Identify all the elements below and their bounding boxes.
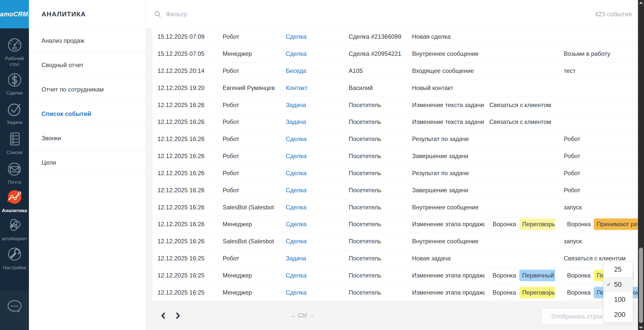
value-text: запуск [564, 204, 582, 211]
table-row: 12.12.2025 16:26 SalesBot (Salesbot Сдел… [152, 233, 638, 250]
value-after: Робот [564, 187, 638, 194]
entity-name: Посетитель [349, 255, 409, 262]
table-row: 12.12.2025 16:25 Менеджер Сделка Посетит… [152, 284, 638, 301]
pipeline-stage-box: ВоронкаПереговоры [489, 217, 555, 231]
event-type: Изменение текста задачи [412, 102, 485, 109]
entity-name: Посетитель [349, 238, 409, 245]
scrollbar-thumb[interactable] [639, 248, 643, 323]
value-after: тест [564, 67, 638, 74]
value-after: ВоронкаПринимают решение [564, 217, 638, 231]
rows-per-page-option[interactable]: ✓ 200 [603, 307, 633, 322]
pipeline-label: Воронка [493, 221, 516, 228]
sidebar-item-settings[interactable]: Настройки [0, 245, 29, 270]
filter-input[interactable] [165, 10, 393, 18]
main-sidebar: amoCRM. Рабочий стол $ Сде [0, 0, 29, 330]
pipeline-stage-box: ВоронкаПервичный контакт [489, 268, 555, 282]
entity-type-link[interactable]: Сделка [286, 289, 346, 296]
next-page-button[interactable] [174, 312, 182, 319]
menu-item-sales-analysis[interactable]: Анализ продаж [29, 28, 145, 53]
table-row: 12.12.2025 16:26 Робот Задача Посетитель… [152, 97, 638, 114]
value-after: Робот [564, 153, 638, 160]
rows-per-page-option[interactable]: ✓ 25 [603, 262, 633, 277]
event-type: Входящее сообщение [412, 67, 485, 74]
event-user: Робот [223, 102, 283, 109]
settings-wrench-icon [0, 245, 29, 263]
amocrm-analytics-events-screen: amoCRM. Рабочий стол $ Сде [0, 0, 644, 330]
rows-per-page-option[interactable]: ✓ 50 [603, 277, 633, 292]
entity-name: Василий [349, 84, 409, 91]
scroll-up-arrow-icon[interactable] [639, 2, 643, 4]
entity-type-link[interactable]: Сделка [286, 135, 346, 143]
event-user: Менеджер [223, 289, 283, 296]
pagination: ← Ctrl → [159, 301, 314, 330]
entity-type-link[interactable]: Задача [286, 118, 346, 125]
event-user: Менеджер [223, 50, 283, 57]
entity-type-link[interactable]: Сделка [286, 221, 346, 228]
rows-per-page-option[interactable]: ✓ 100 [603, 292, 633, 307]
event-datetime: 12.12.2025 16:26 [157, 187, 220, 194]
sidebar-item-dashboard[interactable]: Рабочий стол [0, 36, 29, 67]
entity-type-link[interactable]: Контакт [286, 84, 346, 91]
event-datetime: 12.12.2025 16:25 [157, 272, 220, 279]
sidebar-item-lists[interactable]: Списки [0, 130, 29, 155]
event-datetime: 12.12.2025 16:26 [157, 135, 220, 143]
value-text: Робот [564, 170, 580, 176]
entity-type-link[interactable]: Сделка [286, 204, 346, 211]
pipeline-label: Воронка [493, 289, 516, 296]
event-datetime: 12.12.2025 16:26 [157, 153, 220, 160]
events-table: 15.12.2025 07:09 Робот Сделка Сделка #21… [152, 28, 638, 301]
event-type: Завершение задачи [412, 187, 485, 194]
sidebar-item-deals[interactable]: $ Сделки [0, 70, 29, 96]
entity-type-link[interactable]: Сделка [286, 50, 346, 57]
entity-name: Посетитель [349, 221, 409, 228]
entity-type-link[interactable]: Сделка [286, 272, 346, 279]
entity-type-link[interactable]: Сделка [286, 187, 346, 194]
table-row: 12.12.2025 16:26 Робот Сделка Посетитель… [152, 148, 638, 165]
entity-type-link[interactable]: Беседа [286, 67, 346, 74]
event-type: Внутреннее сообщение [412, 204, 485, 211]
event-user: Робот [223, 118, 283, 125]
event-type: Изменение этапа продажи [412, 272, 485, 279]
event-user: SalesBot (Salesbot [223, 238, 283, 245]
scroll-down-arrow-icon[interactable] [639, 327, 643, 329]
entity-type-link[interactable]: Задача [286, 102, 346, 109]
table-row: 12.12.2025 16:26 Менеджер Сделка Посетит… [152, 216, 638, 233]
sidebar-item-analytics[interactable]: Аналитика [0, 188, 29, 213]
vertical-scrollbar[interactable] [638, 0, 644, 330]
menu-item-employee-report[interactable]: Отчет по сотрудникам [29, 77, 145, 102]
table-row: 12.12.2025 16:26 SalesBot (Salesbot Сдел… [152, 199, 638, 216]
amocrm-logo[interactable]: amoCRM. [0, 0, 29, 28]
sidebar-item-amomarket[interactable]: amoМаркет [0, 216, 29, 242]
menu-item-calls[interactable]: Звонки [29, 126, 145, 150]
lists-icon [0, 130, 29, 148]
entity-type-link[interactable]: Задача [286, 255, 346, 262]
menu-item-events-list[interactable]: Список событий [29, 102, 145, 126]
event-user: Евгений Румянцев [223, 84, 283, 91]
entity-type-link[interactable]: Сделка [286, 33, 346, 40]
entity-name: Сделка #21366099 [349, 33, 409, 40]
menu-item-summary-report[interactable]: Сводный отчет [29, 53, 145, 77]
table-row: 12.12.2025 20:14 Робот Беседа A105 Входя… [152, 63, 638, 80]
table-row: 15.12.2025 07:05 Менеджер Сделка Сделка … [152, 45, 638, 63]
entity-type-link[interactable]: Сделка [286, 238, 346, 245]
menu-item-goals[interactable]: Цели [29, 150, 145, 175]
value-text: запуск [564, 238, 582, 245]
filter-topbar: 423 события [146, 0, 638, 28]
event-datetime: 12.12.2025 16:25 [157, 255, 220, 262]
value-text: Робот [564, 135, 580, 142]
sidebar-item-tasks[interactable]: Задачи [0, 100, 29, 125]
event-datetime: 12.12.2025 16:25 [157, 289, 220, 296]
entity-type-link[interactable]: Сделка [286, 153, 346, 160]
event-user: Робот [223, 255, 283, 262]
entity-name: Посетитель [349, 102, 409, 109]
support-chat-button[interactable] [0, 299, 29, 315]
entity-name: Посетитель [349, 118, 409, 125]
value-text: Возьми в работу [564, 50, 610, 57]
sidebar-item-mail[interactable]: Почта [0, 160, 29, 185]
prev-page-button[interactable] [159, 312, 167, 319]
entity-type-link[interactable]: Сделка [286, 170, 346, 177]
value-before: ВоронкаПервичный контакт [489, 268, 555, 282]
value-after: Робот [564, 170, 638, 177]
event-type: Новый контакт [412, 84, 485, 91]
pipeline-label: Воронка [567, 272, 591, 279]
